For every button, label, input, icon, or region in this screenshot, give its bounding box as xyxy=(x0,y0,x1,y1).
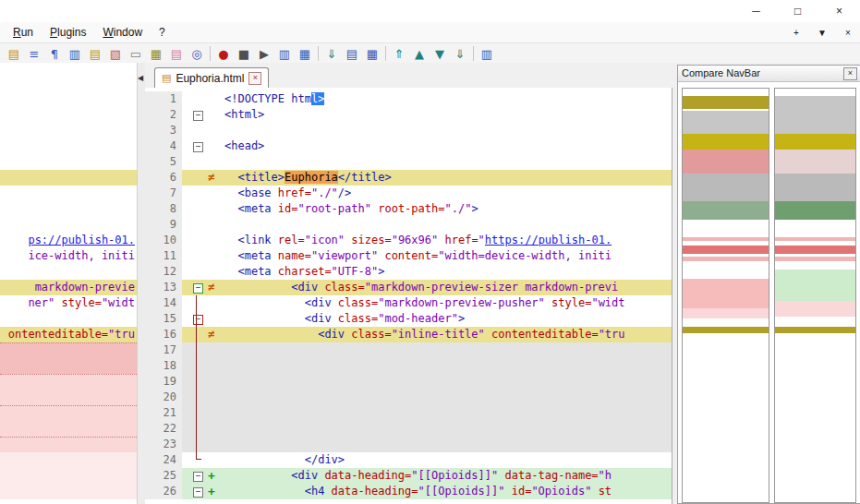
diff-map-segment[interactable] xyxy=(683,279,769,308)
diff-map-segment[interactable] xyxy=(775,96,855,134)
diff-map-segment[interactable] xyxy=(775,246,855,254)
first-diff-icon[interactable]: ⇑ xyxy=(389,44,409,63)
diff-map-segment[interactable] xyxy=(775,134,855,150)
tab-list-dropdown-icon[interactable]: ▼ xyxy=(816,28,829,38)
diff-map-segment[interactable] xyxy=(683,257,769,261)
clear-compare-icon[interactable]: ■ xyxy=(234,44,254,63)
diff-summary-icon[interactable]: ▦ xyxy=(295,44,315,63)
code-text[interactable]: <meta name="viewport" content="width=dev… xyxy=(224,248,672,264)
function-list-icon[interactable]: ▧ xyxy=(105,44,126,63)
goto-line-diff-icon[interactable]: ⇓ xyxy=(321,44,342,63)
navbar-close-icon[interactable]: × xyxy=(843,67,857,80)
close-button[interactable]: × xyxy=(818,0,860,22)
menu-item[interactable]: ? xyxy=(151,24,173,41)
tab-strip-icon[interactable]: ▭ xyxy=(126,44,146,63)
code-segment xyxy=(224,485,305,498)
prev-diff-icon[interactable]: ▲ xyxy=(409,44,430,63)
code-text[interactable] xyxy=(224,123,672,138)
code-text[interactable] xyxy=(224,390,672,405)
fold-toggle-icon[interactable]: − xyxy=(193,472,203,482)
code-text[interactable]: <title>Euphoria</title> xyxy=(224,170,672,186)
diff-map-segment[interactable] xyxy=(683,246,769,254)
fold-toggle-icon[interactable]: − xyxy=(193,142,203,152)
code-text[interactable]: <div class="markdown-preview-pusher" sty… xyxy=(224,295,672,311)
new-tab-button[interactable]: + xyxy=(790,28,803,38)
code-editor[interactable]: 1<!DOCTYPE html>2−<html>34−<head>56≠ <ti… xyxy=(145,88,672,504)
code-text[interactable] xyxy=(224,421,672,437)
tab-euphoria-html[interactable]: ▤ Euphoria.html × xyxy=(154,67,269,88)
code-text[interactable] xyxy=(224,154,672,170)
diff-map-segment[interactable] xyxy=(683,111,769,134)
compare-icon[interactable]: ▶ xyxy=(254,44,274,63)
diff-map-segment[interactable] xyxy=(683,327,769,333)
menu-item[interactable]: Window xyxy=(95,24,150,41)
doc-switcher-icon[interactable]: ▥ xyxy=(65,44,85,63)
diff-details-icon[interactable]: ▤ xyxy=(342,44,362,63)
navbar-column-2[interactable] xyxy=(774,88,856,503)
code-text[interactable]: <h4 data-heading="[[Opioids]]" id="Opioi… xyxy=(224,484,672,499)
fold-toggle-icon[interactable]: − xyxy=(193,487,203,498)
fold-toggle-icon[interactable]: − xyxy=(193,111,203,121)
minimize-button[interactable]: ─ xyxy=(735,0,777,22)
menu-item[interactable]: Run xyxy=(6,24,41,41)
preview-eye-icon[interactable]: ◎ xyxy=(187,44,207,63)
code-segment: "tru xyxy=(599,328,625,341)
code-text[interactable] xyxy=(224,437,672,452)
code-text[interactable]: <div class="markdown-preview-sizer markd… xyxy=(224,280,672,295)
diff-grid-icon[interactable]: ▦ xyxy=(362,44,382,63)
fold-toggle-icon[interactable]: − xyxy=(193,283,203,294)
code-text[interactable]: <!DOCTYPE html> xyxy=(224,91,672,107)
code-text[interactable] xyxy=(224,342,672,358)
code-text[interactable]: <base href="./"/> xyxy=(224,186,672,201)
last-diff-icon[interactable]: ⇓ xyxy=(450,44,470,63)
diff-map-segment[interactable] xyxy=(775,257,855,261)
diff-map-segment[interactable] xyxy=(683,308,769,318)
maximize-button[interactable]: □ xyxy=(777,0,818,22)
document-map-icon[interactable]: ▤ xyxy=(85,44,105,63)
diff-map-segment[interactable] xyxy=(775,301,855,317)
menu-item[interactable]: Plugins xyxy=(42,24,93,41)
diff-map-segment[interactable] xyxy=(775,237,855,241)
diff-map-segment[interactable] xyxy=(775,201,855,220)
scroll-left-arrow-icon[interactable]: ◀ xyxy=(138,74,143,82)
code-text[interactable]: <div class="mod-header"> xyxy=(224,311,672,327)
code-text[interactable] xyxy=(224,358,672,374)
compare-navbar-header[interactable]: Compare NavBar × xyxy=(678,66,860,82)
diff-map-segment[interactable] xyxy=(683,174,769,201)
line-body: − <div class="mod-header"> xyxy=(182,311,672,327)
diff-map-segment[interactable] xyxy=(683,134,769,150)
code-text[interactable]: <meta charset="UTF-8"> xyxy=(224,264,672,280)
dual-pane-icon[interactable]: ▥ xyxy=(274,44,295,63)
code-text[interactable]: </div> xyxy=(224,452,672,468)
diff-map-segment[interactable] xyxy=(683,201,769,220)
show-symbols-icon[interactable]: ¶ xyxy=(44,44,65,63)
diff-map-segment[interactable] xyxy=(683,96,769,109)
sort-lines-icon[interactable]: ≡ xyxy=(24,44,44,63)
navbar-column-1[interactable] xyxy=(682,88,769,503)
code-text[interactable] xyxy=(224,405,672,421)
code-text[interactable]: <head> xyxy=(224,138,672,154)
changed-file-icon[interactable]: ▤ xyxy=(166,44,187,63)
set-first-file-icon[interactable]: ● xyxy=(213,44,234,63)
diff-map-segment[interactable] xyxy=(775,150,855,174)
diff-map-segment[interactable] xyxy=(775,327,855,333)
code-text[interactable] xyxy=(224,217,672,233)
code-text[interactable]: <link rel="icon" sizes="96x96" href="htt… xyxy=(224,233,672,248)
code-text[interactable] xyxy=(224,374,672,390)
code-text[interactable]: <meta id="root-path" root-path="./"> xyxy=(224,201,672,217)
diff-map-segment[interactable] xyxy=(683,150,769,174)
save-all-icon[interactable]: ▤ xyxy=(4,44,24,63)
fold-toggle-icon[interactable]: − xyxy=(193,315,203,325)
next-diff-icon[interactable]: ▼ xyxy=(430,44,450,63)
close-document-button[interactable]: × xyxy=(842,28,854,38)
diff-map-segment[interactable] xyxy=(683,237,769,241)
code-text[interactable]: <html> xyxy=(224,107,672,123)
summary-table-icon[interactable]: ▦ xyxy=(146,44,166,63)
nav-bar-toggle-icon[interactable]: ▥ xyxy=(477,44,497,63)
diff-map-segment[interactable] xyxy=(775,174,855,201)
left-pane[interactable]: ps://publish-01.ice-width, initimarkdown… xyxy=(0,63,137,504)
code-text[interactable]: <div class="inline-title" contenteditabl… xyxy=(224,327,672,342)
tab-close-icon[interactable]: × xyxy=(248,72,261,85)
code-text[interactable]: <div data-heading="[[Opioids]]" data-tag… xyxy=(224,468,672,484)
diff-map-segment[interactable] xyxy=(775,270,855,301)
